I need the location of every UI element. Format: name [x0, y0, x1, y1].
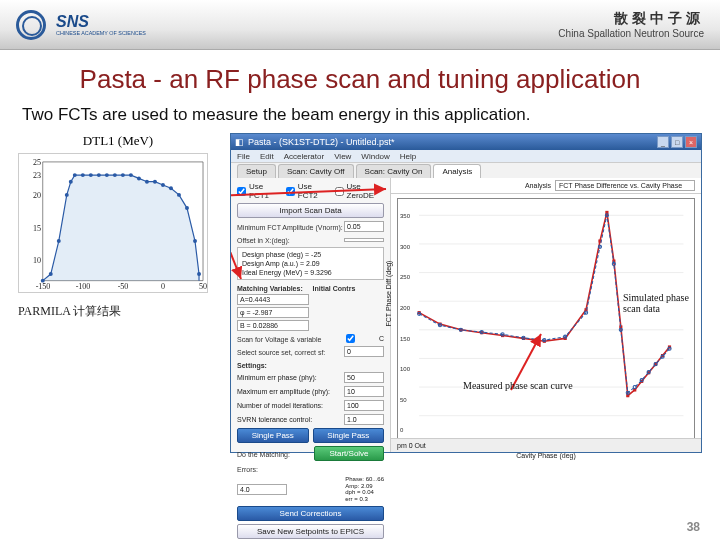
svg-point-15 — [153, 180, 157, 184]
menu-accelerator[interactable]: Accelerator — [284, 152, 324, 161]
min-fct-label: Minimum FCT Amplitude (Vnorm): — [237, 224, 343, 231]
svg-point-9 — [105, 173, 109, 177]
min-err-input[interactable]: 50 — [344, 372, 384, 383]
errors-label: Errors: — [237, 466, 258, 473]
svg-point-4 — [69, 180, 73, 184]
menu-window[interactable]: Window — [361, 152, 389, 161]
left-chart: DTL1 (MeV) 1015202325 -150-100-50050 PAR… — [18, 133, 218, 453]
chk-zerode[interactable]: Use ZeroDE — [335, 182, 384, 200]
chk-fct1[interactable]: Use FCT1 — [237, 182, 280, 200]
tol-input[interactable]: 1.0 — [344, 414, 384, 425]
svg-point-11 — [121, 173, 125, 177]
window-icon: ◧ — [235, 137, 244, 147]
min-fct-input[interactable]: 0.05 — [344, 221, 384, 232]
tab-strip: SetupScan: Cavity OffScan: Cavity OnAnal… — [231, 163, 701, 178]
maximize-button[interactable]: □ — [671, 136, 683, 148]
analysis-label: Analysis — [525, 182, 551, 189]
max-err-input[interactable]: 10 — [344, 386, 384, 397]
svg-point-2 — [57, 239, 61, 243]
match2-select[interactable]: φ = -2.987 — [237, 307, 309, 318]
start-solve-button[interactable]: Start/Solve — [314, 446, 384, 461]
do-match-label: Do the Matching: — [237, 451, 290, 458]
window-title: Pasta - (SK1ST-DTL2) - Untitled.pst* — [248, 137, 655, 147]
svg-point-7 — [89, 173, 93, 177]
design-box: Design phase (deg) = -25 Design Amp (a.u… — [237, 247, 384, 280]
svg-point-5 — [73, 173, 77, 177]
send-corrections-button[interactable]: Send Corrections — [237, 506, 384, 521]
single-pass-button[interactable]: Single Pass — [237, 428, 309, 443]
match3-select[interactable]: B = 0.02886 — [237, 320, 309, 331]
header-cn: 散裂中子源 — [558, 10, 704, 28]
graph-xlabel: Cavity Phase (deg) — [516, 452, 576, 459]
offset-label: Offset in X:(deg): — [237, 237, 290, 244]
svg-point-8 — [97, 173, 101, 177]
tab-scan-cavity-off[interactable]: Scan: Cavity Off — [278, 164, 354, 178]
logo-ring-icon — [16, 10, 46, 40]
logo-main: SNS — [56, 14, 156, 30]
sns-logo: SNS CHINESE ACADEMY OF SCIENCES — [16, 10, 156, 40]
left-chart-title: DTL1 (MeV) — [18, 133, 218, 149]
svg-point-16 — [161, 183, 165, 187]
page-number: 38 — [687, 520, 700, 534]
err-ph-input[interactable]: 4.0 — [237, 484, 287, 495]
analysis-area: AnalysisFCT Phase Difference vs. Cavity … — [391, 178, 701, 452]
graph-ylabel: FCT Phase Diff (deg) — [385, 261, 392, 327]
slide-subtitle: Two FCTs are used to measure the beam en… — [0, 105, 720, 133]
iter-input[interactable]: 100 — [344, 400, 384, 411]
chk-fct2[interactable]: Use FCT2 — [286, 182, 329, 200]
svg-point-3 — [65, 193, 69, 197]
header-bar: SNS CHINESE ACADEMY OF SCIENCES 散裂中子源 Ch… — [0, 0, 720, 50]
titlebar: ◧ Pasta - (SK1ST-DTL2) - Untitled.pst* _… — [231, 134, 701, 150]
svg-point-20 — [193, 239, 197, 243]
select-src-label: Select source set, correct sf: — [237, 349, 325, 356]
svg-point-12 — [129, 173, 133, 177]
header-en: China Spallation Neutron Source — [558, 28, 704, 39]
scan-chk[interactable] — [346, 334, 355, 343]
settings-label: Settings: — [237, 362, 384, 369]
tab-analysis[interactable]: Analysis — [433, 164, 481, 178]
select-src-input[interactable]: 0 — [344, 346, 384, 357]
menu-edit[interactable]: Edit — [260, 152, 274, 161]
analysis-graph-svg — [398, 199, 694, 432]
analysis-graph: 050100150200250300350-150-130-110-90-70-… — [397, 198, 695, 448]
offset-input[interactable] — [344, 238, 384, 242]
svg-point-21 — [197, 272, 201, 276]
match1-select[interactable]: A=0.4443 — [237, 294, 309, 305]
minimize-button[interactable]: _ — [657, 136, 669, 148]
control-panel: Use FCT1 Use FCT2 Use ZeroDE Import Scan… — [231, 178, 391, 452]
pasta-window: ◧ Pasta - (SK1ST-DTL2) - Untitled.pst* _… — [230, 133, 702, 453]
single-pass-button-2[interactable]: Single Pass — [313, 428, 385, 443]
dtl1-plot-svg — [19, 154, 207, 293]
import-scan-button[interactable]: Import Scan Data — [237, 203, 384, 218]
svg-point-19 — [185, 206, 189, 210]
close-button[interactable]: × — [685, 136, 697, 148]
graph-footer: pm 0 Out — [391, 438, 701, 452]
matching-vars-label: Matching Variables: — [237, 285, 309, 292]
tab-scan-cavity-on[interactable]: Scan: Cavity On — [356, 164, 432, 178]
menu-view[interactable]: View — [334, 152, 351, 161]
svg-point-10 — [113, 173, 117, 177]
menu-file[interactable]: File — [237, 152, 250, 161]
left-caption: PARMILA 计算结果 — [18, 303, 218, 320]
tab-setup[interactable]: Setup — [237, 164, 276, 178]
svg-point-14 — [145, 180, 149, 184]
svg-point-18 — [177, 193, 181, 197]
analysis-dropdown[interactable]: FCT Phase Difference vs. Cavity Phase — [555, 180, 695, 191]
scan-label: Scan for Voltage & variable — [237, 336, 321, 343]
svg-point-1 — [49, 272, 53, 276]
svg-point-17 — [169, 186, 173, 190]
svg-point-13 — [137, 176, 141, 180]
save-setpoints-button[interactable]: Save New Setpoints to EPICS — [237, 524, 384, 539]
logo-sub: CHINESE ACADEMY OF SCIENCES — [56, 30, 146, 35]
slide-title: Pasta - an RF phase scan and tuning appl… — [0, 64, 720, 95]
svg-point-6 — [81, 173, 85, 177]
svg-point-69 — [668, 347, 671, 350]
menu-help[interactable]: Help — [400, 152, 416, 161]
dtl1-plot: 1015202325 -150-100-50050 — [18, 153, 208, 293]
menubar: FileEditAcceleratorViewWindowHelp — [231, 150, 701, 163]
header-right: 散裂中子源 China Spallation Neutron Source — [558, 10, 704, 39]
